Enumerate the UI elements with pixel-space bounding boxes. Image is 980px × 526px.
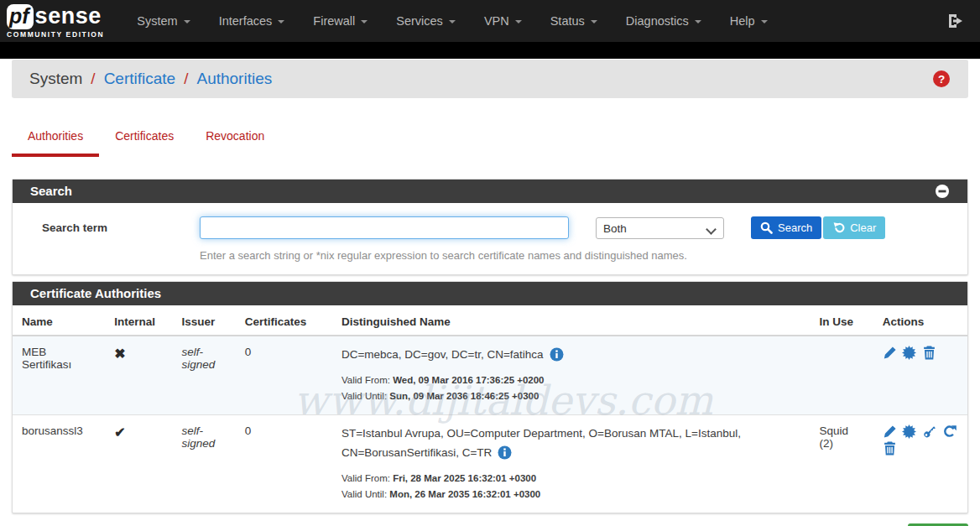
search-panel-body: Search term Both Search bbox=[13, 203, 967, 274]
ca-internal: ✔ bbox=[105, 414, 172, 512]
search-panel: Search Search term Both bbox=[12, 179, 968, 275]
caret-down-icon bbox=[278, 20, 284, 23]
minus-circle-icon bbox=[935, 184, 950, 199]
ca-validity: Valid From: Fri, 28 Mar 2025 16:32:01 +0… bbox=[341, 471, 802, 503]
menu-diagnostics[interactable]: Diagnostics bbox=[612, 0, 716, 42]
clear-button[interactable]: Clear bbox=[823, 216, 885, 239]
top-navbar: pf sense COMMUNITY EDITION System Interf… bbox=[0, 0, 980, 42]
ca-in-use: Squid (2) bbox=[810, 414, 873, 512]
ca-name: borusanssl3 bbox=[13, 414, 105, 512]
table-row: MEB Sertifikası ✖ self-signed 0 DC=mebca… bbox=[13, 336, 967, 414]
edit-ca-button[interactable] bbox=[883, 346, 897, 360]
export-ca-button[interactable] bbox=[902, 424, 916, 439]
caret-down-icon bbox=[361, 20, 368, 23]
menu-system[interactable]: System bbox=[122, 0, 204, 42]
certificate-seal-icon bbox=[902, 346, 916, 360]
menu-vpn[interactable]: VPN bbox=[470, 0, 536, 42]
dn-info-button[interactable] bbox=[498, 445, 512, 460]
caret-down-icon bbox=[761, 20, 768, 23]
ca-certificate-count: 0 bbox=[236, 336, 332, 414]
trash-icon bbox=[922, 346, 936, 360]
certificate-seal-icon bbox=[902, 424, 916, 439]
key-icon bbox=[922, 424, 936, 439]
ca-issuer: self-signed bbox=[172, 414, 235, 512]
ca-certificate-count: 0 bbox=[236, 414, 332, 512]
check-mark-icon: ✔ bbox=[114, 425, 125, 440]
caret-down-icon bbox=[449, 20, 456, 23]
export-key-button[interactable] bbox=[922, 424, 936, 439]
info-icon bbox=[550, 347, 564, 362]
dn-info-button[interactable] bbox=[550, 347, 564, 362]
sign-out-icon bbox=[946, 13, 965, 29]
community-edition-label: COMMUNITY EDITION bbox=[7, 30, 104, 39]
certificate-authorities-panel: Certificate Authorities www.dijitaldevs.… bbox=[12, 281, 968, 513]
menu-services[interactable]: Services bbox=[382, 0, 470, 42]
delete-ca-button[interactable] bbox=[922, 346, 936, 360]
ca-validity: Valid From: Wed, 09 Mar 2016 17:36:25 +0… bbox=[341, 372, 802, 404]
ca-panel-title: Certificate Authorities bbox=[30, 286, 161, 300]
delete-ca-button[interactable] bbox=[883, 441, 897, 456]
svg-text:?: ? bbox=[938, 73, 945, 86]
ca-internal: ✖ bbox=[105, 336, 172, 414]
table-header-row: Name Internal Issuer Certificates Distin… bbox=[13, 305, 967, 336]
ca-dn: DC=mebca, DC=gov, DC=tr, CN=fatihca bbox=[341, 348, 544, 361]
ca-in-use bbox=[810, 336, 873, 414]
search-term-label: Search term bbox=[13, 221, 170, 234]
search-scope-select[interactable]: Both bbox=[596, 217, 724, 239]
menu-help[interactable]: Help bbox=[716, 0, 782, 42]
table-row: borusanssl3 ✔ self-signed 0 ST=Istanbul … bbox=[13, 414, 967, 512]
ca-table: Name Internal Issuer Certificates Distin… bbox=[13, 305, 967, 513]
ca-table-wrap: www.dijitaldevs.com Name Internal Issuer… bbox=[13, 305, 967, 513]
search-scope-select-wrap: Both bbox=[569, 216, 724, 239]
export-ca-button[interactable] bbox=[902, 346, 916, 360]
pfsense-logo[interactable]: pf sense COMMUNITY EDITION bbox=[7, 3, 104, 39]
col-header-distinguished-name: Distinguished Name bbox=[332, 305, 811, 336]
search-panel-header: Search bbox=[13, 180, 967, 203]
undo-icon bbox=[832, 221, 845, 234]
tab-certificates[interactable]: Certificates bbox=[99, 121, 190, 157]
page-help-button[interactable]: ? bbox=[932, 70, 951, 88]
col-header-name: Name bbox=[13, 305, 105, 336]
col-header-internal: Internal bbox=[105, 305, 172, 336]
question-circle-icon: ? bbox=[932, 70, 951, 88]
breadcrumb: System / Certificate / Authorities bbox=[29, 70, 272, 88]
info-icon bbox=[498, 445, 512, 460]
menu-status[interactable]: Status bbox=[536, 0, 612, 42]
caret-down-icon bbox=[184, 20, 190, 23]
caret-down-icon bbox=[591, 20, 597, 23]
breadcrumb-bar: System / Certificate / Authorities ? bbox=[12, 60, 968, 98]
ca-distinguished-name-cell: DC=mebca, DC=gov, DC=tr, CN=fatihca Vali… bbox=[332, 336, 811, 414]
breadcrumb-separator: / bbox=[91, 70, 95, 88]
logo-sense-text: sense bbox=[35, 3, 102, 29]
col-header-in-use: In Use bbox=[810, 305, 873, 336]
logo-pf-mark: pf bbox=[7, 4, 34, 29]
col-header-certificates: Certificates bbox=[236, 305, 332, 336]
ca-issuer: self-signed bbox=[172, 336, 235, 414]
tab-authorities[interactable]: Authorities bbox=[12, 121, 99, 157]
ca-actions bbox=[873, 414, 967, 512]
search-input[interactable] bbox=[200, 216, 569, 239]
breadcrumb-separator: / bbox=[184, 70, 188, 88]
caret-down-icon bbox=[695, 20, 701, 23]
pencil-icon bbox=[883, 424, 897, 439]
menu-interfaces[interactable]: Interfaces bbox=[205, 0, 300, 42]
breadcrumb-link-authorities[interactable]: Authorities bbox=[196, 70, 272, 88]
search-icon bbox=[760, 221, 773, 234]
ca-panel-header: Certificate Authorities bbox=[13, 282, 967, 305]
search-help-text: Enter a search string or *nix regular ex… bbox=[200, 249, 967, 262]
breadcrumb-link-certificate[interactable]: Certificate bbox=[104, 70, 176, 88]
renew-ca-button[interactable] bbox=[942, 424, 957, 439]
menu-firewall[interactable]: Firewall bbox=[299, 0, 382, 42]
edit-ca-button[interactable] bbox=[883, 424, 897, 439]
search-button[interactable]: Search bbox=[751, 216, 821, 239]
ca-distinguished-name-cell: ST=Istanbul Avrupa, OU=Computer Departme… bbox=[332, 414, 811, 512]
ca-dn: ST=Istanbul Avrupa, OU=Computer Departme… bbox=[341, 427, 741, 459]
ca-actions bbox=[873, 336, 967, 414]
collapse-panel-button[interactable] bbox=[935, 184, 950, 199]
section-tabs: Authorities Certificates Revocation bbox=[12, 121, 968, 157]
tab-revocation[interactable]: Revocation bbox=[190, 121, 280, 157]
pencil-icon bbox=[883, 346, 897, 360]
logout-button[interactable] bbox=[946, 13, 965, 29]
caret-down-icon bbox=[515, 20, 522, 23]
navbar-bottom-strip bbox=[0, 42, 980, 59]
